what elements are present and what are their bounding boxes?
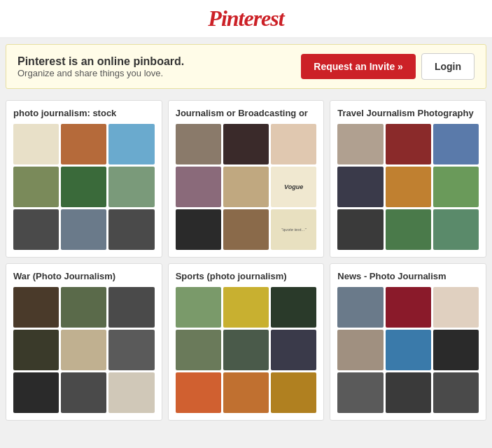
photo-cell xyxy=(337,330,383,370)
photo-cell xyxy=(271,124,316,164)
photo-cell xyxy=(223,372,269,413)
photo-cell xyxy=(108,287,154,328)
photo-cell xyxy=(13,209,59,250)
photo-cell xyxy=(433,167,479,207)
photo-cell xyxy=(271,330,316,370)
photo-cell xyxy=(108,330,154,370)
photo-cell xyxy=(337,372,383,413)
photo-cell xyxy=(271,287,316,328)
photo-cell xyxy=(13,372,59,413)
pinterest-logo: Pinterest xyxy=(208,6,283,31)
photo-cell xyxy=(223,287,269,328)
photo-cell xyxy=(176,124,221,164)
photo-cell xyxy=(386,209,431,250)
board-title: photo journalism: stock xyxy=(13,108,155,118)
banner-text-block: Pinterest is an online pinboard. Organiz… xyxy=(17,55,184,78)
site-header: Pinterest xyxy=(0,0,492,38)
board-card[interactable]: Journalism or Broadcasting or Vogue "quo… xyxy=(168,100,325,258)
photo-grid xyxy=(337,287,479,413)
photo-cell xyxy=(337,124,383,164)
photo-cell xyxy=(108,167,154,207)
photo-cell xyxy=(271,372,316,413)
photo-grid xyxy=(176,287,317,413)
board-title: Journalism or Broadcasting or xyxy=(176,108,317,118)
photo-cell xyxy=(433,124,479,164)
login-button[interactable]: Login xyxy=(421,53,475,80)
photo-cell xyxy=(61,372,106,413)
photo-cell xyxy=(337,167,383,207)
photo-cell xyxy=(176,372,221,413)
board-title: Travel Journalism Photography xyxy=(337,108,479,118)
photo-cell xyxy=(433,372,479,413)
board-card[interactable]: Sports (photo journalism) xyxy=(168,263,325,421)
photo-grid: Vogue "quote text..." xyxy=(176,124,317,250)
photo-grid xyxy=(13,124,155,250)
photo-cell xyxy=(386,372,431,413)
photo-cell xyxy=(176,209,221,250)
photo-cell xyxy=(386,167,431,207)
photo-cell xyxy=(61,167,106,207)
invite-banner: Pinterest is an online pinboard. Organiz… xyxy=(6,44,486,89)
board-title: War (Photo Journalism) xyxy=(13,271,155,281)
photo-cell xyxy=(433,209,479,250)
photo-cell: "quote text..." xyxy=(271,209,316,250)
photo-cell xyxy=(61,330,106,370)
banner-subtext: Organize and share things you love. xyxy=(17,68,184,78)
boards-grid: photo journalism: stock Journalism or Br… xyxy=(0,94,492,426)
banner-buttons: Request an Invite » Login xyxy=(301,53,475,80)
photo-cell xyxy=(176,287,221,328)
photo-cell xyxy=(223,124,269,164)
photo-cell xyxy=(337,209,383,250)
photo-cell xyxy=(176,330,221,370)
photo-grid xyxy=(13,287,155,413)
photo-cell xyxy=(61,287,106,328)
photo-cell xyxy=(61,124,106,164)
photo-cell xyxy=(386,330,431,370)
photo-cell xyxy=(223,330,269,370)
photo-cell xyxy=(13,124,59,164)
photo-cell xyxy=(108,124,154,164)
banner-headline: Pinterest is an online pinboard. xyxy=(17,55,184,68)
photo-cell xyxy=(386,124,431,164)
board-title: News - Photo Journalism xyxy=(337,271,479,281)
board-title: Sports (photo journalism) xyxy=(176,271,317,281)
photo-cell xyxy=(386,287,431,328)
board-card[interactable]: Travel Journalism Photography xyxy=(330,100,486,258)
photo-cell xyxy=(13,330,59,370)
photo-cell xyxy=(108,209,154,250)
photo-cell xyxy=(433,287,479,328)
photo-cell xyxy=(108,372,154,413)
photo-cell xyxy=(433,330,479,370)
photo-cell xyxy=(223,167,269,207)
request-invite-button[interactable]: Request an Invite » xyxy=(301,54,416,79)
photo-cell xyxy=(176,167,221,207)
board-card[interactable]: News - Photo Journalism xyxy=(330,263,486,421)
photo-cell xyxy=(337,287,383,328)
board-card[interactable]: photo journalism: stock xyxy=(6,100,162,258)
photo-cell xyxy=(13,167,59,207)
board-card[interactable]: War (Photo Journalism) xyxy=(6,263,162,421)
photo-cell xyxy=(13,287,59,328)
photo-cell xyxy=(223,209,269,250)
photo-grid xyxy=(337,124,479,250)
photo-cell xyxy=(61,209,106,250)
photo-cell: Vogue xyxy=(271,167,316,207)
